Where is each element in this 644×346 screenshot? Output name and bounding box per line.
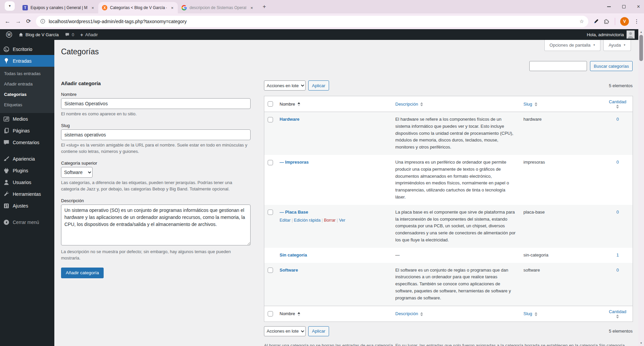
search-categories-input[interactable] xyxy=(529,61,587,71)
sidebar-item-comentarios[interactable]: Comentarios xyxy=(0,136,54,148)
submenu-etiquetas[interactable]: Etiquetas xyxy=(0,100,54,110)
profile-avatar[interactable]: V xyxy=(620,17,629,26)
close-icon[interactable]: × xyxy=(249,5,255,11)
category-description: La placa base es el componente que sirve… xyxy=(392,205,520,248)
sidebar-item-apariencia[interactable]: Apariencia xyxy=(0,153,54,165)
category-slug-input[interactable] xyxy=(61,129,251,140)
add-category-button[interactable]: Añadir categoría xyxy=(61,268,104,278)
extensions-puzzle-icon[interactable] xyxy=(604,18,610,24)
minimize-icon[interactable] xyxy=(607,6,611,7)
admin-bar-account[interactable]: Hola, adminvictoria xyxy=(587,31,644,39)
select-all-checkbox[interactable] xyxy=(268,101,273,107)
sort-arrows-icon xyxy=(420,102,423,106)
row-checkbox[interactable] xyxy=(268,268,273,273)
bulk-actions-select[interactable]: Acciones en lote xyxy=(264,80,306,91)
wp-admin-app: Escritorio Entradas Todas las entradas A… xyxy=(0,40,644,346)
sidebar-item-usuarios[interactable]: Usuarios xyxy=(0,176,54,188)
category-name-link[interactable]: Sin categoría xyxy=(280,252,307,257)
sidebar-item-escritorio[interactable]: Escritorio xyxy=(0,43,54,55)
admin-bar-site-link[interactable]: Blog de V García xyxy=(15,29,62,40)
address-bar[interactable]: localhost/wordpress1/wp-admin/edit-tags.… xyxy=(36,16,588,27)
sidebar-item-herramientas[interactable]: Herramientas xyxy=(0,188,54,200)
reload-icon[interactable]: ⟳ xyxy=(26,18,31,25)
apply-button[interactable]: Aplicar xyxy=(308,80,329,91)
delete-link[interactable]: Borrar xyxy=(324,218,339,223)
page-scrollbar[interactable]: ▲ ▼ xyxy=(638,29,644,346)
row-checkbox[interactable] xyxy=(268,210,273,215)
sidebar-item-medios[interactable]: Medios xyxy=(0,113,54,125)
category-slug: sin-categoria xyxy=(520,248,603,263)
parent-category-label: Categoría superior xyxy=(61,161,251,166)
close-window-icon[interactable]: × xyxy=(637,4,640,9)
column-footer-nombre[interactable]: Nombre xyxy=(276,306,392,322)
tab-search-button[interactable]: ▾ xyxy=(5,1,15,11)
search-row: Buscar categorías xyxy=(529,61,633,71)
bulk-actions-select[interactable]: Acciones en lote xyxy=(264,326,306,336)
customize-pen-icon[interactable] xyxy=(593,18,599,24)
close-icon[interactable]: × xyxy=(169,5,175,11)
category-description: Una impresora es un periférico de ordena… xyxy=(392,155,520,205)
parent-category-select[interactable]: Software xyxy=(61,167,93,178)
chevron-down-icon: ▾ xyxy=(9,4,11,8)
column-header-cantidad[interactable]: Cantidad xyxy=(603,96,633,112)
category-name-link[interactable]: — Impresoras xyxy=(280,160,309,165)
browser-tab-google[interactable]: descripcion de Sistemas Operat × xyxy=(178,2,257,13)
scrollbar-thumb[interactable] xyxy=(639,35,643,61)
column-footer-slug[interactable]: Slug xyxy=(520,306,603,322)
category-name-link[interactable]: — Placa Base xyxy=(280,210,308,215)
category-count-link[interactable]: 0 xyxy=(616,268,619,273)
maximize-icon[interactable] xyxy=(622,5,626,8)
search-categories-button[interactable]: Buscar categorías xyxy=(590,61,633,71)
browser-tab-wordpress[interactable]: X Categorías < Blog de V García – × xyxy=(98,2,178,13)
browser-tab-teams[interactable]: T Equipos y canales | General | Mi × xyxy=(19,2,98,13)
edit-link[interactable]: Editar xyxy=(280,218,294,223)
row-checkbox[interactable] xyxy=(268,117,273,122)
column-header-descripcion[interactable]: Descripción xyxy=(392,96,520,112)
forward-icon[interactable]: → xyxy=(15,18,21,25)
admin-bar-new-button[interactable]: + Añadir xyxy=(77,29,101,40)
admin-content: Opciones de pantalla ▼ Ayuda ▼ Categoría… xyxy=(54,40,644,346)
sidebar-item-paginas[interactable]: Páginas xyxy=(0,125,54,136)
scroll-down-icon[interactable]: ▼ xyxy=(640,340,643,346)
category-name-link[interactable]: Hardware xyxy=(280,117,300,122)
category-description-textarea[interactable]: Un sistema operativo (SO) es un conjunto… xyxy=(61,205,251,245)
row-actions: EditarEdición rápidaBorrarVer xyxy=(280,217,389,224)
wp-logo-icon[interactable]: W xyxy=(3,29,15,40)
window-controls: × xyxy=(607,0,640,13)
screen-options-button[interactable]: Opciones de pantalla ▼ xyxy=(544,40,600,51)
category-name-input[interactable] xyxy=(61,98,251,109)
category-name-link[interactable]: Software xyxy=(280,268,298,273)
sidebar-item-entradas[interactable]: Entradas xyxy=(0,55,54,67)
category-count-link[interactable]: 0 xyxy=(616,117,619,122)
row-checkbox[interactable] xyxy=(268,160,273,165)
admin-bar-comments[interactable]: 0 xyxy=(62,29,77,40)
browser-menu-icon[interactable]: ⋮ xyxy=(634,18,639,24)
help-button[interactable]: Ayuda ▼ xyxy=(603,40,631,51)
quick-edit-link[interactable]: Edición rápida xyxy=(294,218,324,223)
slug-label: Slug xyxy=(61,123,251,128)
greeting-text: Hola, adminvictoria xyxy=(587,32,624,37)
category-count-link[interactable]: 0 xyxy=(616,210,619,215)
sidebar-item-plugins[interactable]: Plugins xyxy=(0,165,54,176)
submenu-todas-las-entradas[interactable]: Todas las entradas xyxy=(0,68,54,79)
site-info-icon[interactable] xyxy=(40,19,45,24)
select-all-checkbox[interactable] xyxy=(268,311,273,316)
column-footer-descripcion[interactable]: Descripción xyxy=(392,306,520,322)
category-count-link[interactable]: 1 xyxy=(616,252,619,257)
back-icon[interactable]: ← xyxy=(5,18,10,25)
category-count-link[interactable]: 0 xyxy=(616,160,619,165)
bookmark-star-icon[interactable]: ☆ xyxy=(580,18,584,24)
column-header-slug[interactable]: Slug xyxy=(520,96,603,112)
column-footer-cantidad[interactable]: Cantidad xyxy=(603,306,633,322)
new-tab-button[interactable]: + xyxy=(260,2,269,11)
column-header-nombre[interactable]: Nombre xyxy=(276,96,392,112)
chevron-down-icon: ▼ xyxy=(593,44,596,47)
submenu-anadir-entrada[interactable]: Añadir entrada xyxy=(0,79,54,89)
view-link[interactable]: Ver xyxy=(339,218,345,223)
sidebar-item-ajustes[interactable]: Ajustes xyxy=(0,200,54,212)
close-icon[interactable]: × xyxy=(90,5,96,11)
submenu-categorias[interactable]: Categorías xyxy=(0,89,54,100)
apply-button[interactable]: Aplicar xyxy=(308,326,329,336)
sidebar-collapse-menu[interactable]: Cerrar menú xyxy=(0,216,54,228)
scroll-up-icon[interactable]: ▲ xyxy=(640,29,643,35)
